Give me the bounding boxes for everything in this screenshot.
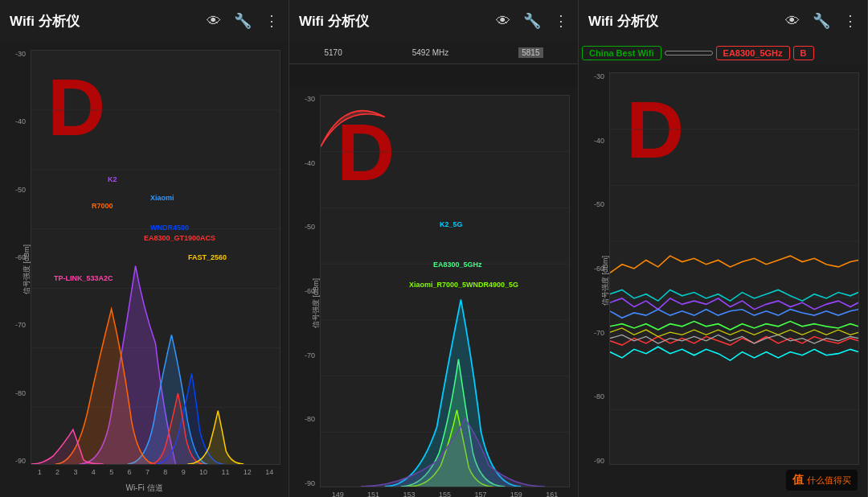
watermark-text: 什么值得买 bbox=[807, 474, 851, 487]
chart-svg-2 bbox=[321, 96, 569, 487]
y-axis-1: -30 -40 -50 -60 -70 -80 -90 bbox=[0, 42, 31, 497]
freq-label-2: 5492 MHz bbox=[412, 48, 449, 57]
toolbar-1: Wifi 分析仪 👁 🔧 ⋮ bbox=[0, 0, 289, 42]
y-axis-2: -30 -40 -50 -60 -70 -80 -90 bbox=[289, 87, 320, 497]
freq-bar: 5170 5492 MHz 5815 bbox=[289, 42, 578, 64]
eye-icon-3[interactable]: 👁 bbox=[785, 13, 800, 30]
panel-1: Wifi 分析仪 👁 🔧 ⋮ -30 -40 -50 -60 -70 -80 -… bbox=[0, 0, 289, 497]
chart-svg-1 bbox=[31, 51, 280, 464]
panel-3: Wifi 分析仪 👁 🔧 ⋮ China Best Wifi EA8300_5G… bbox=[579, 0, 868, 497]
watermark-icon: 值 bbox=[792, 473, 804, 487]
wrench-icon-1[interactable]: 🔧 bbox=[234, 12, 252, 30]
network-tabs: China Best Wifi EA8300_5GHz B bbox=[579, 42, 867, 64]
x-axis-2: 149 151 153 155 157 159 161 bbox=[320, 487, 570, 497]
network-tab-china-best-wifi[interactable]: China Best Wifi bbox=[582, 46, 661, 60]
freq-label-1: 5170 bbox=[324, 48, 342, 57]
toolbar-3: Wifi 分析仪 👁 🔧 ⋮ bbox=[579, 0, 867, 42]
wrench-icon-3[interactable]: 🔧 bbox=[813, 12, 830, 30]
chart-area-2: -30 -40 -50 -60 -70 -80 -90 信号强度 [dBm] D bbox=[289, 87, 578, 497]
menu-icon-3[interactable]: ⋮ bbox=[843, 12, 858, 30]
app-title-1: Wifi 分析仪 bbox=[10, 12, 194, 31]
menu-icon-1[interactable]: ⋮ bbox=[264, 12, 279, 30]
x-label-1: Wi-Fi 信道 bbox=[125, 483, 162, 494]
chart-inner-2: D K2_5G bbox=[320, 95, 570, 487]
eye-icon-1[interactable]: 👁 bbox=[207, 13, 221, 30]
chart-svg-3 bbox=[610, 73, 858, 464]
network-tab-b[interactable]: B bbox=[793, 46, 814, 60]
app-title-2: Wifi 分析仪 bbox=[299, 12, 483, 31]
menu-icon-2[interactable]: ⋮ bbox=[554, 12, 568, 30]
y-axis-3: -30 -40 -50 -60 -70 -80 -90 bbox=[579, 64, 609, 497]
network-tab-empty[interactable] bbox=[665, 51, 713, 55]
panel-2: Wifi 分析仪 👁 🔧 ⋮ 5170 5492 MHz 5815 -30 -4… bbox=[289, 0, 579, 497]
wrench-icon-2[interactable]: 🔧 bbox=[523, 12, 541, 30]
chart-area-1: -30 -40 -50 -60 -70 -80 -90 信号强度 [dBm] D bbox=[0, 42, 289, 497]
watermark: 值 什么值得买 bbox=[786, 470, 858, 491]
freq-label-3: 5815 bbox=[518, 47, 542, 58]
app-title-3: Wifi 分析仪 bbox=[588, 12, 772, 31]
network-tab-ea8300[interactable]: EA8300_5GHz bbox=[716, 46, 790, 60]
chart-area-3: -30 -40 -50 -60 -70 -80 -90 信号强度 [dBm] D bbox=[579, 64, 867, 497]
toolbar-2: Wifi 分析仪 👁 🔧 ⋮ bbox=[289, 0, 578, 42]
chart-inner-3: D bbox=[609, 72, 859, 465]
chart-inner-1: D bbox=[31, 50, 280, 465]
eye-icon-2[interactable]: 👁 bbox=[496, 13, 510, 30]
